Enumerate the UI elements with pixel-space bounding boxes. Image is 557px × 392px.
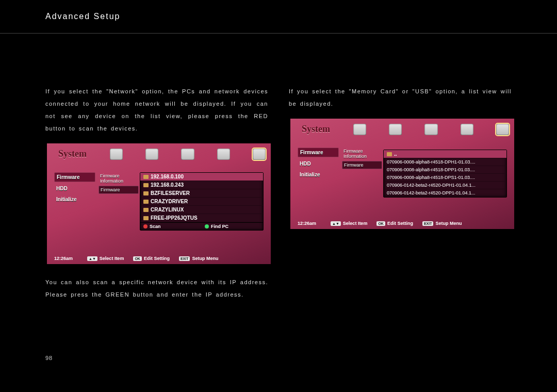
sub-update[interactable]: Firmware bbox=[99, 186, 139, 194]
sub-info[interactable]: Firmware Information bbox=[99, 172, 139, 185]
nav-icon-4[interactable] bbox=[461, 124, 473, 135]
scan-label: Scan bbox=[150, 224, 161, 229]
list-item[interactable]: 192.168.0.100 bbox=[140, 173, 263, 181]
hint-edit: OK Edit Setting bbox=[376, 221, 413, 226]
list-item[interactable]: CRAZYDRIVER bbox=[140, 198, 263, 206]
clock: 12:26am bbox=[54, 256, 78, 261]
list-label: 192.168.0.100 bbox=[151, 174, 184, 179]
list-item[interactable]: 070906-0008-alpha8-r4518-DPP1-01.03.... bbox=[384, 166, 506, 174]
list-label: FREE-IPP26JQTUS bbox=[151, 215, 198, 221]
page-title: Advanced Setup bbox=[45, 12, 120, 21]
header: Advanced Setup bbox=[0, 0, 557, 34]
list-label: .. bbox=[394, 151, 397, 157]
sub-menu: Firmware Information Firmware bbox=[342, 148, 382, 170]
nav-icon-3[interactable] bbox=[181, 149, 194, 160]
list-label: 070906-0142-beta2-r4520-DPP1-01.04.1... bbox=[387, 190, 476, 195]
list-label: 070906-0008-alpha8-r4518-DPH1-01.03.... bbox=[387, 159, 476, 165]
sub-info[interactable]: Firmware Information bbox=[342, 148, 382, 160]
top-iconbar bbox=[353, 123, 509, 136]
nav-icon-1[interactable] bbox=[353, 124, 366, 135]
side-hdd[interactable]: HDD bbox=[298, 159, 339, 168]
sub-menu: Firmware Information Firmware bbox=[99, 172, 139, 195]
findpc-action[interactable]: Find PC bbox=[202, 223, 263, 230]
green-dot-icon bbox=[205, 224, 209, 228]
nav-icon-5[interactable] bbox=[496, 124, 509, 135]
right-column: If you select the "Memory Card" or "USB"… bbox=[289, 85, 512, 308]
findpc-label: Find PC bbox=[211, 224, 228, 229]
list-item[interactable]: 070906-0142-beta2-r4520-DPH1-01.04.1... bbox=[384, 182, 506, 189]
network-listbox: 192.168.0.100 192.168.0.243 BZFILESERVER… bbox=[140, 172, 264, 231]
screenshot-network: System Firmware HDD Initialize Firmware … bbox=[45, 142, 272, 266]
screenshot-usb: System Firmware HDD Initialize Firmware … bbox=[289, 117, 516, 231]
exit-icon: EXIT bbox=[422, 221, 434, 226]
clock: 12:26am bbox=[298, 221, 321, 226]
nav-icon-5[interactable] bbox=[253, 149, 266, 160]
side-firmware[interactable]: Firmware bbox=[54, 172, 95, 182]
sub-update[interactable]: Firmware bbox=[342, 161, 382, 169]
updown-icon: ▲▼ bbox=[331, 221, 341, 226]
list-item[interactable]: BZFILESERVER bbox=[140, 189, 263, 198]
side-init[interactable]: Initialize bbox=[298, 170, 339, 179]
list-item[interactable]: FREE-IPP26JQTUS bbox=[140, 214, 263, 222]
list-label: BZFILESERVER bbox=[151, 190, 190, 196]
system-logo: System bbox=[58, 149, 87, 159]
side-init[interactable]: Initialize bbox=[54, 195, 95, 204]
nav-icon-2[interactable] bbox=[389, 124, 402, 135]
nav-icon-3[interactable] bbox=[424, 124, 437, 135]
updown-icon: ▲▼ bbox=[87, 256, 97, 261]
list-item[interactable]: 070906-0142-beta2-r4520-DPP1-01.04.1... bbox=[384, 189, 506, 197]
nav-icon-4[interactable] bbox=[217, 149, 230, 160]
ok-icon: OK bbox=[133, 256, 142, 261]
hint-menu: EXIT Setup Menu bbox=[179, 256, 219, 261]
hint-edit: OK Edit Setting bbox=[133, 256, 170, 261]
pc-icon bbox=[143, 216, 149, 220]
folder-icon bbox=[387, 152, 392, 156]
pc-icon bbox=[143, 175, 149, 179]
hint-bar: 12:26am ▲▼ Select Item OK Edit Setting E… bbox=[298, 221, 507, 226]
pc-icon bbox=[143, 191, 149, 195]
red-dot-icon bbox=[143, 224, 148, 228]
pc-icon bbox=[143, 208, 149, 212]
left-paragraph-1: If you select the "Network" option, the … bbox=[45, 85, 268, 135]
file-listbox: .. 070906-0008-alpha8-r4518-DPH1-01.03..… bbox=[383, 150, 507, 198]
list-item[interactable]: 070906-0008-alpha8-r4518-DPH1-01.03.... bbox=[384, 158, 506, 166]
list-item[interactable]: CRAZYLINUX bbox=[140, 206, 263, 214]
list-label: CRAZYLINUX bbox=[151, 207, 184, 213]
list-label: 070906-0008-alpha8-r4518-DPP1-01.03.... bbox=[387, 167, 475, 172]
side-firmware[interactable]: Firmware bbox=[298, 148, 339, 157]
left-paragraph-2: You can also scan a specific network dev… bbox=[45, 276, 268, 301]
system-logo: System bbox=[302, 124, 330, 135]
hint-menu: EXIT Setup Menu bbox=[422, 221, 462, 226]
ok-icon: OK bbox=[376, 221, 385, 226]
list-item-up[interactable]: .. bbox=[384, 150, 506, 158]
left-column: If you select the "Network" option, the … bbox=[45, 85, 268, 308]
side-menu: Firmware HDD Initialize bbox=[54, 172, 95, 206]
list-item[interactable]: 192.168.0.243 bbox=[140, 181, 263, 189]
list-label: CRAZYDRIVER bbox=[151, 199, 188, 204]
pc-icon bbox=[143, 183, 149, 187]
scan-action[interactable]: Scan bbox=[140, 223, 202, 230]
pc-icon bbox=[143, 200, 149, 204]
page-number: 98 bbox=[45, 355, 53, 361]
hint-select: ▲▼ Select Item bbox=[331, 221, 367, 226]
list-label: 070906-0142-beta2-r4520-DPH1-01.04.1... bbox=[387, 183, 476, 188]
list-label: 192.168.0.243 bbox=[151, 182, 184, 188]
hint-bar: 12:26am ▲▼ Select Item OK Edit Setting E… bbox=[54, 256, 264, 261]
nav-icon-2[interactable] bbox=[145, 149, 158, 160]
side-hdd[interactable]: HDD bbox=[54, 184, 95, 193]
list-label: 070906-0008-alpha8-r4518-DPS1-01.03.... bbox=[387, 175, 475, 180]
top-iconbar bbox=[110, 148, 266, 161]
side-menu: Firmware HDD Initialize bbox=[298, 148, 339, 181]
right-paragraph-1: If you select the "Memory Card" or "USB"… bbox=[289, 85, 512, 110]
page-body: If you select the "Network" option, the … bbox=[0, 34, 557, 308]
nav-icon-1[interactable] bbox=[110, 149, 123, 160]
list-item[interactable]: 070906-0008-alpha8-r4518-DPS1-01.03.... bbox=[384, 174, 506, 182]
exit-icon: EXIT bbox=[179, 256, 190, 261]
hint-select: ▲▼ Select Item bbox=[87, 256, 124, 261]
